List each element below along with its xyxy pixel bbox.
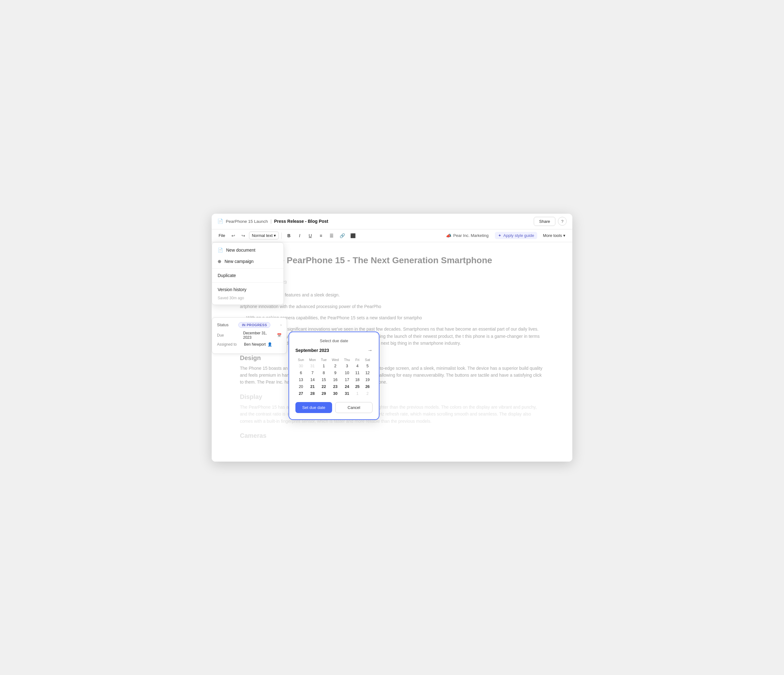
calendar-day[interactable]: 9: [329, 369, 342, 376]
redo-button[interactable]: ↪: [239, 231, 248, 240]
calendar-day[interactable]: 23: [329, 383, 342, 390]
calendar-day[interactable]: 15: [319, 376, 329, 383]
saved-text: Saved 30m ago: [212, 295, 283, 303]
calendar-day[interactable]: 29: [319, 390, 329, 397]
calendar-next-icon[interactable]: →: [367, 348, 373, 353]
calendar-day[interactable]: 4: [353, 363, 362, 369]
style-guide-button[interactable]: ✦ Apply style guide: [495, 232, 537, 239]
calendar-day[interactable]: 24: [342, 383, 352, 390]
calendar-day[interactable]: 2: [362, 390, 373, 397]
day-sat: Sat: [362, 357, 373, 363]
calendar-day[interactable]: 17: [342, 376, 352, 383]
day-sun: Sun: [296, 357, 306, 363]
due-row: Due December 31, 2023 📅: [217, 331, 282, 340]
status-chevron-icon: ›: [280, 323, 282, 327]
assigned-value: Ben Newport: [244, 342, 266, 347]
undo-button[interactable]: ↩: [229, 231, 238, 240]
toolbar-separator: [281, 233, 282, 239]
calendar-grid: Sun Mon Tue Wed Thu Fri Sat 303112345678…: [296, 357, 373, 397]
calendar-day[interactable]: 27: [296, 390, 306, 397]
calendar-day[interactable]: 10: [342, 369, 352, 376]
calendar-day[interactable]: 22: [319, 383, 329, 390]
file-menu[interactable]: File: [216, 232, 228, 239]
calendar-week-row: 303112345: [296, 363, 373, 369]
calendar-title: Select due date: [296, 338, 373, 343]
calendar-day[interactable]: 8: [319, 369, 329, 376]
calendar-day[interactable]: 30: [296, 363, 306, 369]
calendar-day[interactable]: 12: [362, 369, 373, 376]
dropdown-divider: [212, 268, 283, 268]
calendar-day[interactable]: 21: [306, 383, 319, 390]
calendar-day[interactable]: 19: [362, 376, 373, 383]
bullet-list-button[interactable]: ≡: [316, 231, 325, 240]
calendar-day[interactable]: 25: [353, 383, 362, 390]
day-thu: Thu: [342, 357, 352, 363]
calendar-day[interactable]: 3: [342, 363, 352, 369]
day-mon: Mon: [306, 357, 319, 363]
calendar-day[interactable]: 26: [362, 383, 373, 390]
more-tools-label: More tools: [543, 233, 562, 238]
version-history-item[interactable]: Version history: [212, 284, 283, 295]
underline-button[interactable]: U: [305, 231, 315, 240]
calendar-day[interactable]: 6: [296, 369, 306, 376]
calendar-day[interactable]: 2: [329, 363, 342, 369]
calendar-day[interactable]: 7: [306, 369, 319, 376]
calendar-days-header: Sun Mon Tue Wed Thu Fri Sat: [296, 357, 373, 363]
calendar-day[interactable]: 14: [306, 376, 319, 383]
new-doc-icon: 📄: [218, 248, 223, 253]
calendar-day[interactable]: 20: [296, 383, 306, 390]
status-row: Status IN PROGRESS ›: [217, 322, 282, 328]
calendar-week-row: 272829303112: [296, 390, 373, 397]
more-tools-button[interactable]: More tools ▾: [540, 232, 568, 239]
chevron-down-icon: ▾: [563, 233, 565, 238]
calendar-week-row: 20212223242526: [296, 383, 373, 390]
title-bar-doc-info: 📄 PearPhone 15 Launch | Press Release - …: [217, 219, 530, 224]
calendar-day[interactable]: 18: [353, 376, 362, 383]
calendar-week-row: 6789101112: [296, 369, 373, 376]
version-history-label: Version history: [218, 287, 246, 292]
style-select[interactable]: Normal text ▾: [249, 231, 279, 239]
file-dropdown: 📄 New document ⊕ New campaign Duplicate …: [212, 242, 284, 305]
doc-title: Press Release - Blog Post: [274, 219, 328, 224]
new-document-item[interactable]: 📄 New document: [212, 244, 283, 256]
duplicate-item[interactable]: Duplicate: [212, 270, 283, 281]
title-bar-actions: Share ?: [534, 217, 567, 226]
due-value: December 31, 2023: [243, 331, 275, 340]
day-tue: Tue: [319, 357, 329, 363]
new-document-label: New document: [226, 248, 255, 253]
calendar-icon[interactable]: 📅: [277, 333, 282, 337]
style-guide-label: Apply style guide: [503, 233, 534, 238]
calendar-day[interactable]: 28: [306, 390, 319, 397]
title-bar: 📄 PearPhone 15 Launch | Press Release - …: [212, 214, 572, 230]
numbered-list-button[interactable]: ☰: [327, 231, 336, 240]
new-campaign-item[interactable]: ⊕ New campaign: [212, 256, 283, 267]
set-due-date-button[interactable]: Set due date: [296, 402, 332, 413]
calendar-day[interactable]: 1: [353, 390, 362, 397]
calendar-day[interactable]: 16: [329, 376, 342, 383]
calendar-month: September 2023: [296, 348, 329, 353]
image-button[interactable]: ⬛: [348, 231, 358, 240]
brand-button[interactable]: 📣 Pear Inc. Marketing: [443, 232, 492, 239]
calendar-day[interactable]: 11: [353, 369, 362, 376]
calendar-week-row: 13141516171819: [296, 376, 373, 383]
calendar-day[interactable]: 30: [329, 390, 342, 397]
link-button[interactable]: 🔗: [338, 231, 347, 240]
cancel-button[interactable]: Cancel: [335, 402, 373, 413]
calendar-day[interactable]: 13: [296, 376, 306, 383]
italic-button[interactable]: I: [295, 231, 304, 240]
app-window: 📄 PearPhone 15 Launch | Press Release - …: [212, 214, 572, 462]
calendar-day[interactable]: 5: [362, 363, 373, 369]
assigned-row: Assigned to Ben Newport 👤: [217, 342, 282, 347]
help-button[interactable]: ?: [558, 217, 567, 226]
app-name: PearPhone 15 Launch: [226, 219, 268, 224]
bold-button[interactable]: B: [284, 231, 294, 240]
status-panel: Status IN PROGRESS › Due December 31, 20…: [212, 317, 287, 354]
calendar-day[interactable]: 31: [342, 390, 352, 397]
share-button[interactable]: Share: [534, 217, 555, 226]
calendar-day[interactable]: 31: [306, 363, 319, 369]
calendar-actions: Set due date Cancel: [296, 402, 373, 413]
day-wed: Wed: [329, 357, 342, 363]
status-badge[interactable]: IN PROGRESS: [238, 322, 270, 328]
calendar-header: September 2023 →: [296, 348, 373, 353]
calendar-day[interactable]: 1: [319, 363, 329, 369]
